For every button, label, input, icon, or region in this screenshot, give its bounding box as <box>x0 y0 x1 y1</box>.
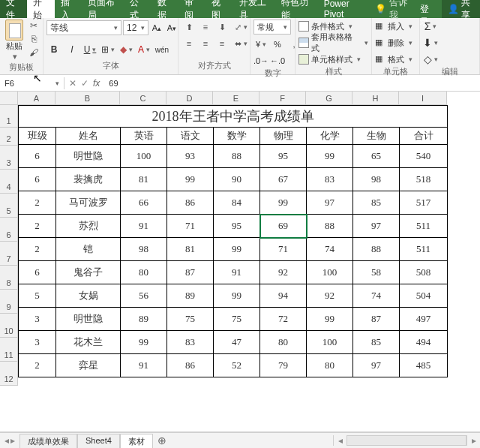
insert-function-button[interactable]: fx <box>93 78 100 89</box>
table-cell[interactable]: 504 <box>400 284 448 308</box>
percent-button[interactable]: % <box>270 38 285 51</box>
table-cell[interactable]: 3 <box>19 308 56 331</box>
table-cell[interactable]: 100 <box>307 261 353 284</box>
table-cell[interactable]: 80 <box>307 354 353 377</box>
table-cell[interactable]: 91 <box>121 215 167 238</box>
border-button[interactable]: ⊞▾ <box>100 42 116 57</box>
table-cell[interactable]: 79 <box>260 354 307 377</box>
table-cell[interactable]: 540 <box>400 145 448 168</box>
hscroll-right[interactable]: ▸ <box>466 435 480 446</box>
table-cell[interactable]: 99 <box>167 168 214 191</box>
name-box[interactable]: F6▾ <box>0 77 64 89</box>
table-cell[interactable]: 明世隐 <box>56 145 121 168</box>
table-cell[interactable]: 52 <box>214 354 260 377</box>
table-cell[interactable]: 74 <box>307 238 353 261</box>
table-cell[interactable]: 83 <box>307 168 353 191</box>
table-cell[interactable]: 90 <box>214 168 260 191</box>
col-header[interactable]: A <box>18 92 56 105</box>
table-cell[interactable]: 2 <box>19 191 56 215</box>
number-format-select[interactable]: 常规▾ <box>254 20 291 35</box>
sheet-nav-prev[interactable]: ◂ <box>4 435 9 446</box>
table-cell[interactable]: 91 <box>121 354 167 377</box>
table-cell[interactable]: 99 <box>214 238 260 261</box>
merge-button[interactable]: ⬌▾ <box>231 36 250 51</box>
tab-power-pivot[interactable]: Power Pivot <box>318 0 370 18</box>
hscroll-left[interactable]: ◂ <box>333 435 346 446</box>
table-cell[interactable]: 508 <box>400 261 448 284</box>
add-sheet-button[interactable]: ⊕ <box>153 433 171 448</box>
table-cell[interactable]: 66 <box>121 191 167 215</box>
table-cell[interactable]: 98 <box>121 238 167 261</box>
orientation-button[interactable]: ⤢▾ <box>231 20 250 35</box>
row-header[interactable]: 9 <box>0 290 18 314</box>
cancel-formula-button[interactable]: ✕ <box>69 78 76 89</box>
table-cell[interactable]: 92 <box>307 284 353 308</box>
table-header-cell[interactable]: 英语 <box>121 128 167 145</box>
table-cell[interactable]: 92 <box>260 261 307 284</box>
login-button[interactable]: 登录 <box>414 0 441 18</box>
table-cell[interactable]: 72 <box>260 308 307 331</box>
tab-developer[interactable]: 开发工具 <box>233 0 276 18</box>
tab-data[interactable]: 数据 <box>152 0 178 18</box>
row-header[interactable]: 10 <box>0 314 18 338</box>
table-cell[interactable]: 80 <box>260 331 307 354</box>
table-cell[interactable]: 99 <box>307 145 353 168</box>
table-cell[interactable]: 83 <box>167 331 214 354</box>
share-button[interactable]: 👤共享 <box>442 0 480 18</box>
table-cell[interactable]: 100 <box>307 331 353 354</box>
table-cell[interactable]: 97 <box>307 191 353 215</box>
table-cell[interactable]: 弈星 <box>56 354 121 377</box>
table-cell[interactable]: 98 <box>353 168 400 191</box>
table-cell[interactable]: 81 <box>121 168 167 191</box>
increase-decimal-button[interactable]: .0→ <box>254 54 268 68</box>
row-header[interactable]: 12 <box>0 362 18 386</box>
sheet-nav-next[interactable]: ▸ <box>10 435 15 446</box>
table-cell[interactable]: 铠 <box>56 238 121 261</box>
col-header[interactable]: C <box>120 92 166 105</box>
table-cell[interactable]: 94 <box>260 284 307 308</box>
format-painter-button[interactable]: 🖌 <box>28 47 40 59</box>
col-header[interactable]: E <box>213 92 260 105</box>
tab-view[interactable]: 视图 <box>206 0 232 18</box>
col-header[interactable]: D <box>166 92 213 105</box>
table-cell[interactable]: 67 <box>260 168 307 191</box>
table-cell[interactable]: 69 <box>260 215 307 238</box>
fill-color-button[interactable]: ◆▾ <box>118 42 134 57</box>
sheet-tab[interactable]: 成绩单效果 <box>20 434 77 449</box>
col-header[interactable]: B <box>56 92 120 105</box>
table-cell[interactable]: 2 <box>19 238 56 261</box>
table-cell[interactable]: 91 <box>214 261 260 284</box>
table-cell[interactable]: 3 <box>19 331 56 354</box>
table-header-cell[interactable]: 物理 <box>260 128 307 145</box>
table-cell[interactable]: 511 <box>400 238 448 261</box>
table-cell[interactable]: 88 <box>353 238 400 261</box>
table-cell[interactable]: 81 <box>167 238 214 261</box>
col-header[interactable]: F <box>260 92 306 105</box>
table-cell[interactable]: 97 <box>353 354 400 377</box>
tab-home[interactable]: 开始 <box>27 0 54 18</box>
table-cell[interactable]: 75 <box>167 308 214 331</box>
row-header[interactable]: 8 <box>0 266 18 290</box>
table-header-cell[interactable]: 生物 <box>353 128 400 145</box>
table-cell[interactable]: 485 <box>400 354 448 377</box>
phonetic-button[interactable]: wén <box>154 42 170 57</box>
table-cell[interactable]: 74 <box>353 284 400 308</box>
table-cell[interactable]: 100 <box>121 145 167 168</box>
insert-cells-button[interactable]: ▦插入▾ <box>375 20 412 33</box>
bold-button[interactable]: B <box>46 42 62 57</box>
table-cell[interactable]: 6 <box>19 261 56 284</box>
table-header-cell[interactable]: 数学 <box>214 128 260 145</box>
align-bottom-button[interactable]: ⬇ <box>214 20 230 35</box>
col-header[interactable]: I <box>399 92 447 105</box>
table-cell[interactable]: 2 <box>19 354 56 377</box>
currency-button[interactable]: ¥▾ <box>254 38 268 51</box>
tell-me[interactable]: 💡告诉我 <box>370 0 414 18</box>
align-right-button[interactable]: ≡ <box>214 36 230 51</box>
table-cell[interactable]: 明世隐 <box>56 308 121 331</box>
col-header[interactable]: H <box>352 92 399 105</box>
cell-styles-button[interactable]: 单元格样式▾ <box>298 53 361 66</box>
table-cell[interactable]: 97 <box>353 215 400 238</box>
table-cell[interactable]: 87 <box>353 308 400 331</box>
table-cell[interactable]: 95 <box>214 215 260 238</box>
table-cell[interactable]: 86 <box>167 354 214 377</box>
